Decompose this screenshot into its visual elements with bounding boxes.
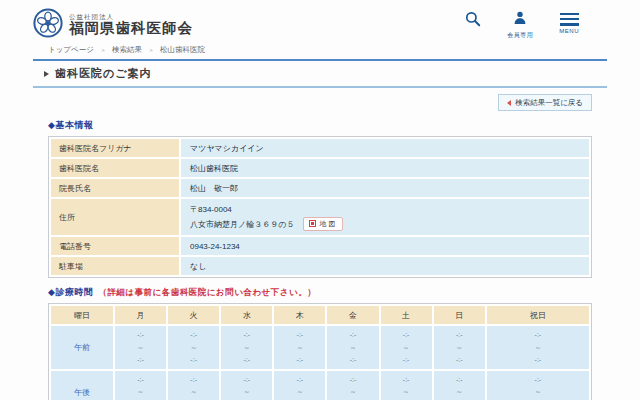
schedule-time-cell: -:-～-:- — [487, 326, 589, 369]
schedule-time-cell: -:-～-:- — [434, 326, 485, 369]
search-icon — [465, 11, 481, 31]
phone-number: 0943-24-1234 — [181, 237, 589, 255]
breadcrumb-separator: ＞ — [100, 46, 106, 55]
schedule-day-header: 土 — [381, 306, 432, 324]
schedule-time-cell: -:-～-:- — [434, 371, 485, 400]
schedule-day-header: 金 — [327, 306, 378, 324]
back-button-label: 検索結果一覧に戻る — [515, 98, 583, 108]
schedule-header-row: 曜日月火水木金土日祝日 — [51, 306, 589, 324]
hours-heading-text: ◆診療時間 — [48, 287, 93, 297]
schedule-time-cell: -:-～-:- — [168, 371, 219, 400]
hours-table: 曜日月火水木金土日祝日 午前-:-～-:--:-～-:--:-～-:--:-～-… — [48, 303, 592, 400]
table-row: 住所 〒834-0004 八女市納楚月ノ輪３６９の５地図 — [51, 199, 589, 235]
menu-button[interactable]: MENU — [559, 11, 579, 40]
row-label: 歯科医院名フリガナ — [51, 139, 179, 157]
schedule-period-label: 午前 — [51, 326, 113, 369]
map-button[interactable]: 地図 — [303, 217, 343, 231]
person-icon — [513, 11, 527, 29]
breadcrumb-separator: ＞ — [148, 46, 154, 55]
schedule-period-label: 午後 — [51, 371, 113, 400]
schedule-day-header: 火 — [168, 306, 219, 324]
breadcrumb-link-search-results[interactable]: 検索結果 — [112, 45, 142, 55]
schedule-time-cell: -:-～-:- — [327, 371, 378, 400]
back-button-row: 検索結果一覧に戻る — [33, 94, 592, 111]
schedule-time-cell: -:-～-:- — [381, 326, 432, 369]
row-label: 院長氏名 — [51, 179, 179, 197]
hamburger-icon — [560, 11, 579, 26]
left-arrow-icon — [507, 100, 511, 106]
schedule-time-cell: -:-～-:- — [115, 326, 166, 369]
table-row: 電話番号 0943-24-1234 — [51, 237, 589, 255]
back-to-results-button[interactable]: 検索結果一覧に戻る — [498, 94, 592, 111]
org-name: 福岡県歯科医師会 — [69, 21, 193, 37]
row-label: 駐車場 — [51, 257, 179, 275]
row-label: 歯科医院名 — [51, 159, 179, 177]
row-label: 電話番号 — [51, 237, 179, 255]
table-row: 駐車場 なし — [51, 257, 589, 275]
schedule-time-cell: -:-～-:- — [381, 371, 432, 400]
schedule-time-cell: -:-～-:- — [115, 371, 166, 400]
hours-heading: ◆診療時間（詳細は事前に各歯科医院にお問い合わせ下さい。） — [48, 286, 607, 299]
header-actions: 会員専用 MENU — [465, 8, 579, 40]
schedule-time-cell: -:-～-:- — [168, 326, 219, 369]
clinic-name-kana: マツヤマシカイイン — [181, 139, 589, 157]
breadcrumb-current-page: 松山歯科医院 — [160, 45, 205, 55]
schedule-day-header: 日 — [434, 306, 485, 324]
map-button-label: 地図 — [319, 219, 337, 229]
schedule-day-header: 祝日 — [487, 306, 589, 324]
postal-code: 〒834-0004 — [190, 203, 580, 217]
breadcrumb: トップページ ＞ 検索結果 ＞ 松山歯科医院 — [48, 45, 607, 55]
schedule-day-header: 月 — [115, 306, 166, 324]
member-area-button[interactable]: 会員専用 — [507, 11, 533, 40]
basic-info-table: 歯科医院名フリガナ マツヤマシカイイン 歯科医院名 松山歯科医院 院長氏名 松山… — [48, 136, 592, 278]
schedule-time-cell: -:-～-:- — [487, 371, 589, 400]
address-cell: 〒834-0004 八女市納楚月ノ輪３６９の５地図 — [181, 199, 589, 235]
director-name: 松山 敬一郎 — [181, 179, 589, 197]
association-flower-logo-icon — [33, 8, 63, 42]
schedule-row: 午前-:-～-:--:-～-:--:-～-:--:-～-:--:-～-:--:-… — [51, 326, 589, 369]
row-label: 住所 — [51, 199, 179, 235]
clinic-name: 松山歯科医院 — [181, 159, 589, 177]
street-address: 八女市納楚月ノ輪３６９の５ — [190, 219, 294, 228]
table-row: 歯科医院名フリガナ マツヤマシカイイン — [51, 139, 589, 157]
brand-text: 公益社団法人 福岡県歯科医師会 — [69, 13, 193, 36]
member-area-label: 会員専用 — [507, 31, 533, 40]
page-container: 公益社団法人 福岡県歯科医師会 — [0, 0, 640, 400]
menu-label: MENU — [559, 28, 579, 34]
table-row: 歯科医院名 松山歯科医院 — [51, 159, 589, 177]
schedule-time-cell: -:-～-:- — [327, 326, 378, 369]
page-title: 歯科医院のご案内 — [55, 66, 152, 81]
search-button[interactable] — [465, 11, 481, 40]
map-marker-icon — [309, 220, 316, 227]
schedule-time-cell: -:-～-:- — [221, 326, 272, 369]
breadcrumb-link-home[interactable]: トップページ — [48, 45, 94, 55]
hours-note: （詳細は事前に各歯科医院にお問い合わせ下さい。） — [98, 287, 316, 297]
schedule-row: 午後-:-～-:--:-～-:--:-～-:--:-～-:--:-～-:--:-… — [51, 371, 589, 400]
schedule-time-cell: -:-～-:- — [221, 371, 272, 400]
title-arrow-icon — [44, 71, 49, 77]
parking-info: なし — [181, 257, 589, 275]
schedule-day-header: 木 — [274, 306, 325, 324]
page-title-bar: 歯科医院のご案内 — [33, 59, 607, 88]
site-header: 公益社団法人 福岡県歯科医師会 — [33, 0, 607, 40]
schedule-day-column-label: 曜日 — [51, 306, 113, 324]
schedule-day-header: 水 — [221, 306, 272, 324]
schedule-time-cell: -:-～-:- — [274, 326, 325, 369]
basic-info-heading: ◆基本情報 — [48, 119, 607, 132]
site-logo-brand[interactable]: 公益社団法人 福岡県歯科医師会 — [33, 8, 193, 42]
table-row: 院長氏名 松山 敬一郎 — [51, 179, 589, 197]
street-address-line: 八女市納楚月ノ輪３６９の５地図 — [190, 217, 580, 232]
schedule-time-cell: -:-～-:- — [274, 371, 325, 400]
